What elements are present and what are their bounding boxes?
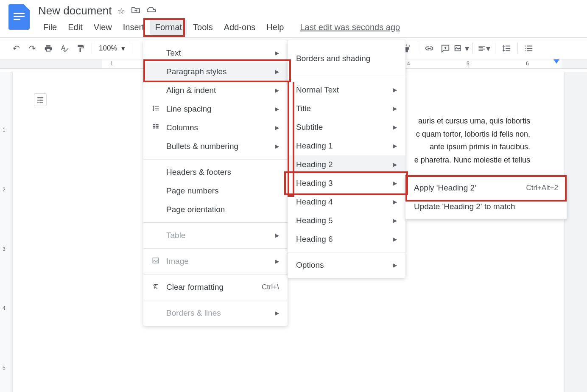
format-line-spacing[interactable]: Line spacing▶ — [143, 100, 288, 118]
document-title[interactable]: New document — [38, 4, 112, 17]
last-edit-link[interactable]: Last edit was seconds ago — [300, 22, 400, 32]
cloud-icon[interactable] — [146, 6, 157, 16]
format-columns[interactable]: Columns▶ — [143, 118, 288, 137]
menu-addons[interactable]: Add-ons — [219, 20, 261, 35]
star-icon[interactable]: ☆ — [117, 6, 125, 16]
app-header: New document ☆ File Edit View Insert For… — [0, 0, 587, 35]
pstyle-options[interactable]: Options▶ — [288, 256, 405, 274]
print-button[interactable] — [41, 41, 56, 56]
clear-format-icon — [152, 283, 166, 292]
pstyle-h2[interactable]: Heading 2▶ — [288, 155, 405, 174]
update-heading2[interactable]: Update 'Heading 2' to match — [405, 197, 567, 216]
pstyle-borders-shading[interactable]: Borders and shading — [288, 44, 405, 73]
pstyle-normal[interactable]: Normal Text▶ — [288, 81, 405, 99]
columns-icon — [152, 123, 166, 133]
line-spacing-button[interactable] — [499, 41, 514, 56]
undo-button[interactable]: ↶ — [8, 41, 24, 56]
menu-file[interactable]: File — [38, 20, 62, 35]
format-clear[interactable]: Clear formattingCtrl+\ — [143, 278, 288, 297]
pstyle-h4[interactable]: Heading 4▶ — [288, 193, 405, 211]
format-align-indent[interactable]: Align & indent▶ — [143, 81, 288, 100]
line-spacing-icon — [152, 104, 166, 114]
format-page-orientation[interactable]: Page orientation — [143, 200, 288, 219]
pstyle-h6[interactable]: Heading 6▶ — [288, 230, 405, 249]
apply-heading2[interactable]: Apply 'Heading 2'Ctrl+Alt+2 — [405, 179, 567, 197]
zoom-select[interactable]: 100% ▾ — [95, 44, 129, 53]
menu-view[interactable]: View — [89, 20, 117, 35]
checklist-button[interactable] — [521, 41, 537, 56]
vertical-ruler[interactable]: 1 2 3 4 5 — [0, 72, 11, 392]
menu-help[interactable]: Help — [261, 20, 289, 35]
menubar: File Edit View Insert Format Tools Add-o… — [38, 20, 579, 35]
format-headers-footers[interactable]: Headers & footers — [143, 163, 288, 182]
format-table: Table▶ — [143, 226, 288, 245]
paint-format-button[interactable] — [73, 41, 88, 56]
spellcheck-button[interactable] — [57, 41, 72, 56]
pstyle-h5[interactable]: Heading 5▶ — [288, 211, 405, 230]
menu-tools[interactable]: Tools — [188, 20, 218, 35]
pstyle-subtitle[interactable]: Subtitle▶ — [288, 118, 405, 137]
insert-image-button[interactable]: ▾ — [454, 41, 469, 56]
format-image: Image▶ — [143, 252, 288, 271]
format-menu: Text▶ Paragraph styles▶ Align & indent▶ … — [143, 40, 288, 326]
format-borders-lines: Borders & lines▶ — [143, 304, 288, 322]
outline-toggle-icon[interactable] — [34, 93, 47, 106]
insert-comment-button[interactable] — [438, 41, 453, 56]
image-icon — [152, 257, 166, 266]
ruler-right-indent-marker[interactable] — [553, 59, 559, 64]
align-button[interactable]: ▾ — [476, 41, 492, 56]
format-page-numbers[interactable]: Page numbers — [143, 182, 288, 200]
redo-button[interactable]: ↷ — [25, 41, 40, 56]
move-icon[interactable] — [131, 6, 140, 16]
menu-format[interactable]: Format — [150, 20, 187, 35]
paragraph-styles-menu: Borders and shading Normal Text▶ Title▶ … — [288, 40, 405, 278]
format-text[interactable]: Text▶ — [143, 44, 288, 62]
pstyle-h3[interactable]: Heading 3▶ — [288, 174, 405, 193]
menu-edit[interactable]: Edit — [63, 20, 87, 35]
format-bullets[interactable]: Bullets & numbering▶ — [143, 137, 288, 156]
pstyle-h1[interactable]: Heading 1▶ — [288, 137, 405, 155]
insert-link-button[interactable] — [422, 41, 437, 56]
docs-logo[interactable] — [8, 4, 30, 30]
pstyle-title[interactable]: Title▶ — [288, 99, 405, 118]
menu-insert[interactable]: Insert — [118, 20, 149, 35]
format-paragraph-styles[interactable]: Paragraph styles▶ — [143, 62, 288, 81]
heading2-menu: Apply 'Heading 2'Ctrl+Alt+2 Update 'Head… — [405, 175, 567, 219]
